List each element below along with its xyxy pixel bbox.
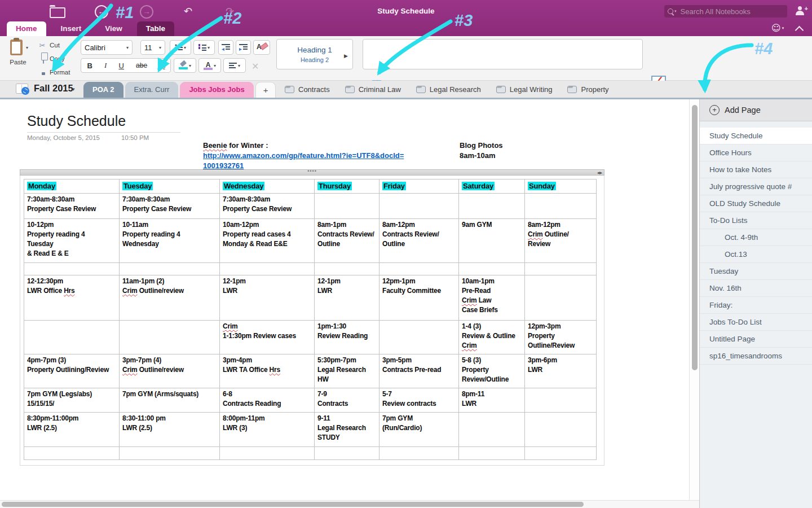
- italic-button[interactable]: I: [100, 61, 111, 70]
- schedule-cell[interactable]: Crim1-1:30pm Review cases: [220, 321, 315, 354]
- schedule-cell[interactable]: 9am GYM: [459, 219, 525, 263]
- schedule-cell[interactable]: [459, 447, 525, 460]
- section-tab-jobs-jobs-jobs[interactable]: Jobs Jobs Jobs: [180, 82, 253, 98]
- schedule-cell[interactable]: 10-12pmProperty reading 4Tuesday& Read E…: [24, 219, 120, 263]
- page-list-item-oct-13[interactable]: Oct.13: [700, 246, 812, 263]
- schedule-cell[interactable]: 7:30am-8:30amProperty Case Review: [24, 194, 120, 219]
- schedule-cell[interactable]: 8:30-11:00 pmLWR (2.5): [120, 413, 220, 447]
- search-input[interactable]: [679, 7, 784, 16]
- styles-gallery[interactable]: Heading 1 Heading 2 ▶: [276, 39, 353, 69]
- schedule-cell[interactable]: [120, 447, 220, 460]
- copy-button[interactable]: Copy: [37, 54, 65, 64]
- collapse-ribbon-icon[interactable]: [795, 26, 804, 35]
- font-size-select[interactable]: 11▾: [140, 40, 165, 55]
- section-item-property[interactable]: Property: [567, 85, 608, 94]
- schedule-cell[interactable]: 7-9Contracts: [315, 388, 379, 413]
- heading1-style[interactable]: Heading 1: [297, 46, 332, 54]
- schedule-cell[interactable]: 8:30pm-11:00pmLWR (2.5): [24, 413, 120, 447]
- page-list-item-study-schedule[interactable]: Study Schedule: [700, 128, 812, 144]
- schedule-cell[interactable]: 3pm-7pm (4)Crim Outline/review: [120, 354, 220, 388]
- schedule-cell[interactable]: 8am-12pmCrim Outline/Review: [525, 219, 597, 263]
- format-painter-button[interactable]: Format: [37, 67, 70, 77]
- page-list-item-old-study-schedule[interactable]: OLD Study Schedule: [700, 195, 812, 212]
- clear-formatting-button[interactable]: A: [253, 40, 270, 55]
- amazon-link[interactable]: http://www.amazon.com/gp/feature.html?ie…: [203, 151, 406, 161]
- schedule-cell[interactable]: [120, 321, 220, 354]
- add-page-button[interactable]: + Add Page: [700, 99, 812, 121]
- schedule-cell[interactable]: 4pm-7pm (3)Property Outlining/Review: [24, 354, 120, 388]
- schedule-cell[interactable]: 3pm-5pmContracts Pre-read: [379, 354, 459, 388]
- font-name-select[interactable]: Calibri▾: [81, 40, 133, 55]
- schedule-cell[interactable]: 5-8 (3)PropertyReview/Outline: [459, 354, 525, 388]
- schedule-cell[interactable]: [459, 194, 525, 219]
- bold-button[interactable]: B: [83, 62, 97, 70]
- highlight-color-button[interactable]: ▾: [174, 58, 196, 73]
- ribbon-tab-table[interactable]: Table: [137, 21, 174, 36]
- feedback-smiley-icon[interactable]: ☺▾: [771, 23, 784, 33]
- schedule-cell[interactable]: [24, 263, 120, 275]
- schedule-cell[interactable]: [379, 447, 459, 460]
- schedule-cell[interactable]: 8pm-11LWR: [459, 388, 525, 413]
- schedule-cell[interactable]: [315, 263, 379, 275]
- schedule-cell[interactable]: [525, 413, 597, 447]
- heading2-style[interactable]: Heading 2: [301, 56, 329, 63]
- schedule-cell[interactable]: 1-4 (3)Review & OutlineCrim: [459, 321, 525, 354]
- schedule-cell[interactable]: [525, 194, 597, 219]
- schedule-cell[interactable]: 12pm-1pmFaculty Committee: [379, 275, 459, 321]
- paragraph-align-button[interactable]: ▾: [223, 58, 246, 73]
- section-tab-poa-2[interactable]: POA 2: [83, 82, 123, 98]
- page-list-item-office-hours[interactable]: Office Hours: [700, 144, 812, 161]
- schedule-cell[interactable]: 12-12:30pmLWR Office Hrs: [24, 275, 120, 321]
- schedule-table[interactable]: MondayTuesdayWednesdayThursdayFridaySatu…: [24, 179, 597, 460]
- schedule-cell[interactable]: [525, 388, 597, 413]
- section-item-criminal-law[interactable]: Criminal Law: [345, 85, 401, 94]
- schedule-cell[interactable]: [379, 263, 459, 275]
- table-move-handle[interactable]: ••••◀▶: [20, 169, 604, 176]
- schedule-cell[interactable]: [525, 263, 597, 275]
- schedule-cell[interactable]: 10-11amProperty reading 4Wednesday: [120, 219, 220, 263]
- cut-button[interactable]: ✂ Cut: [37, 40, 60, 50]
- indent-button[interactable]: [236, 40, 251, 55]
- section-item-contracts[interactable]: Contracts: [285, 85, 330, 94]
- day-header[interactable]: Monday: [24, 179, 120, 194]
- page-list-item-oct-4-9th[interactable]: Oct. 4-9th: [700, 229, 812, 246]
- page-list-item-friday-[interactable]: Friday:: [700, 297, 812, 314]
- day-header[interactable]: Wednesday: [220, 179, 315, 194]
- day-header[interactable]: Tuesday: [120, 179, 220, 194]
- day-header[interactable]: Thursday: [315, 179, 379, 194]
- strikethrough-button[interactable]: abe: [131, 62, 152, 69]
- page-list-item-how-to-take-notes[interactable]: How to take Notes: [700, 161, 812, 178]
- schedule-cell[interactable]: [315, 194, 379, 219]
- schedule-cell[interactable]: [315, 447, 379, 460]
- schedule-cell[interactable]: [525, 275, 597, 321]
- notebook-caret-icon[interactable]: ▾: [72, 86, 75, 92]
- schedule-cell[interactable]: [220, 447, 315, 460]
- schedule-cell[interactable]: [120, 263, 220, 275]
- schedule-cell[interactable]: 3pm-6pmLWR: [525, 354, 597, 388]
- page-list-item-untitled-page[interactable]: Untitled Page: [700, 331, 812, 348]
- schedule-cell[interactable]: 5-7Review contracts: [379, 388, 459, 413]
- schedule-cell[interactable]: 10am-1pmPre-ReadCrim LawCase Briefs: [459, 275, 525, 321]
- schedule-cell[interactable]: [525, 447, 597, 460]
- page-list-item-july-progressive-quote-[interactable]: July progressive quote #: [700, 178, 812, 195]
- schedule-cell[interactable]: 7pm GYM(Run/Cardio): [379, 413, 459, 447]
- schedule-cell[interactable]: 9-11Legal ResearchSTUDY: [315, 413, 379, 447]
- ribbon-tab-view[interactable]: View: [96, 21, 131, 36]
- schedule-cell[interactable]: [24, 321, 120, 354]
- section-tab-extra-curr[interactable]: Extra. Curr: [125, 82, 179, 98]
- schedule-cell[interactable]: 8am-1pmContracts Review/Outline: [315, 219, 379, 263]
- table-resize-icon[interactable]: ◀▶: [597, 170, 602, 174]
- schedule-cell[interactable]: 10am-12pmProperty read cases 4Monday & R…: [220, 219, 315, 263]
- schedule-cell[interactable]: [379, 321, 459, 354]
- subscript-button[interactable]: X2: [155, 60, 169, 71]
- schedule-cell[interactable]: 3pm-4pmLWR TA Office Hrs: [220, 354, 315, 388]
- vertical-scrollbar-thumb[interactable]: [692, 105, 698, 370]
- page-list-item-nov-16th[interactable]: Nov. 16th: [700, 280, 812, 297]
- page-canvas[interactable]: Study Schedule Monday, October 5, 201510…: [0, 99, 689, 500]
- page-list-item-tuesday[interactable]: Tuesday: [700, 263, 812, 280]
- page-list-item-to-do-lists[interactable]: To-Do Lists: [700, 212, 812, 229]
- page-title[interactable]: Study Schedule: [27, 113, 126, 129]
- section-tab--[interactable]: +: [255, 82, 276, 98]
- schedule-cell[interactable]: [220, 263, 315, 275]
- page-list-item-jobs-to-do-list[interactable]: Jobs To-Do List: [700, 314, 812, 331]
